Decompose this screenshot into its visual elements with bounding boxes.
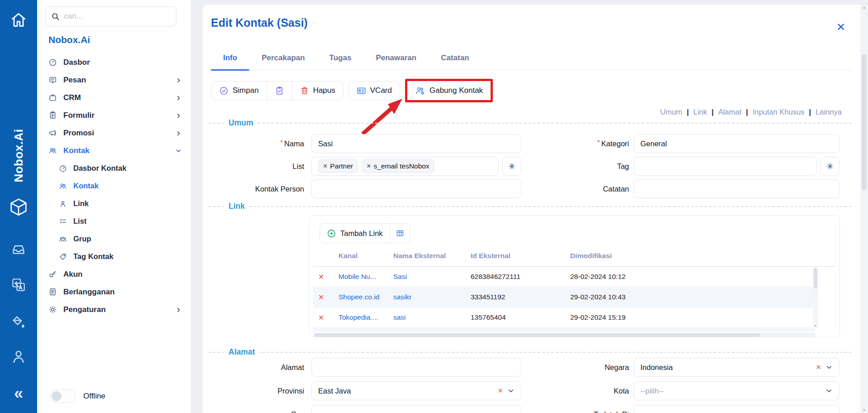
- clear-icon[interactable]: ✕: [816, 363, 821, 371]
- section-nav-lainnya[interactable]: Lainnya: [816, 108, 842, 116]
- add-link-button[interactable]: Tambah Link: [320, 224, 390, 243]
- list-picker-button[interactable]: ✳: [502, 157, 521, 176]
- catatan-input[interactable]: [634, 179, 839, 198]
- sidebar: Nobox.Ai Dasbor Pesan› CRM› Formulir› Pr…: [37, 0, 191, 413]
- tab-info[interactable]: Info: [211, 48, 249, 70]
- required-asterisk: *: [280, 138, 283, 146]
- sidebar-item-promosi[interactable]: Promosi›: [37, 124, 191, 142]
- chevron-down-icon: [825, 387, 833, 394]
- chevron-right-icon: ›: [177, 110, 180, 120]
- kategori-input[interactable]: General: [634, 134, 839, 153]
- kanal-link[interactable]: Mobile Nu...: [339, 273, 393, 281]
- table-horizontal-scrollbar[interactable]: [313, 333, 816, 337]
- sidebar-item-pengaturan[interactable]: Pengaturan›: [37, 301, 191, 318]
- sidebar-item-pesan[interactable]: Pesan›: [37, 71, 191, 89]
- list-chip[interactable]: ×Partner: [318, 159, 358, 173]
- sidebar-item-formulir[interactable]: Formulir›: [37, 106, 191, 124]
- tab-bar: Info Percakapan Tugas Penawaran Catatan: [211, 48, 852, 70]
- tab-penawaran[interactable]: Penawaran: [363, 48, 429, 70]
- row-delete-icon[interactable]: ✕: [318, 314, 324, 322]
- key-icon: [48, 270, 57, 279]
- offline-row: Offline: [50, 389, 105, 403]
- nama-eksternal-link[interactable]: sasi: [393, 313, 471, 322]
- modal-scrollbar[interactable]: ▲ ▼: [860, 5, 868, 413]
- inbox-icon[interactable]: [0, 242, 37, 257]
- rail-brand-vertical: Nobox.Ai: [0, 119, 37, 192]
- home-icon[interactable]: [0, 11, 37, 29]
- section-nav-alamat[interactable]: Alamat: [718, 108, 741, 116]
- group-icon: [59, 235, 67, 243]
- clear-icon[interactable]: ✕: [497, 387, 503, 395]
- search-input[interactable]: [64, 12, 171, 21]
- table-row[interactable]: ✕ Shopee.co.id sasikr 333451192 29-02-20…: [313, 287, 816, 307]
- section-nav-inputan-khusus[interactable]: Inputan Khusus: [753, 108, 805, 116]
- trash-icon: [300, 86, 309, 95]
- check-circle-icon: [219, 86, 229, 96]
- translate-icon[interactable]: [0, 277, 37, 293]
- provinsi-select[interactable]: East Java ✕: [311, 381, 521, 400]
- table-row[interactable]: ✕ Mobile Nu... Sasi 6283846272111 28-02-…: [313, 267, 816, 287]
- briefcase-icon: [48, 93, 57, 102]
- sidebar-item-list[interactable]: List: [37, 212, 191, 230]
- sidebar-item-dasbor-kontak[interactable]: Dasbor Kontak: [37, 159, 191, 177]
- sidebar-item-tag-kontak[interactable]: Tag Kontak: [37, 248, 191, 265]
- kontak-person-input[interactable]: [311, 179, 521, 198]
- chevron-right-icon: ›: [177, 75, 180, 85]
- cube-icon[interactable]: [0, 196, 37, 220]
- tab-percakapan[interactable]: Percakapan: [249, 48, 317, 70]
- label-tag: Tag: [521, 157, 634, 176]
- chip-remove-icon[interactable]: ×: [323, 162, 327, 170]
- sidebar-item-link[interactable]: Link: [37, 195, 191, 212]
- ink-drop-icon[interactable]: [0, 314, 37, 330]
- negara-select[interactable]: Indonesia ✕: [634, 358, 839, 377]
- section-nav-umum[interactable]: Umum: [660, 108, 682, 116]
- chevron-right-icon: ›: [177, 128, 180, 138]
- message-icon: [48, 76, 57, 84]
- list-chip[interactable]: ×s_email tesNobox: [362, 159, 434, 173]
- tag-picker-button[interactable]: ✳: [820, 157, 839, 176]
- row-delete-icon[interactable]: ✕: [318, 293, 324, 301]
- tag-input[interactable]: [634, 157, 817, 176]
- terletak-di-input[interactable]: [634, 405, 839, 413]
- sidebar-item-dasbor[interactable]: Dasbor: [37, 53, 191, 71]
- close-icon[interactable]: ✕: [836, 22, 845, 33]
- label-catatan: Catatan: [521, 179, 634, 198]
- nama-eksternal-link[interactable]: Sasi: [393, 273, 471, 281]
- nama-eksternal-link[interactable]: sasikr: [393, 293, 471, 301]
- merge-contact-button[interactable]: Gabung Kontak: [407, 81, 491, 100]
- kota-select[interactable]: --pilih--: [634, 381, 839, 400]
- clipboard-check-button[interactable]: [267, 82, 292, 100]
- sidebar-item-kontak-sub[interactable]: Kontak: [37, 177, 191, 195]
- chip-remove-icon[interactable]: ×: [367, 162, 371, 170]
- sidebar-item-berlangganan[interactable]: Berlangganan: [37, 283, 191, 301]
- chevron-down-icon: [507, 387, 515, 394]
- collapse-sidebar-icon[interactable]: «: [0, 384, 37, 403]
- sidebar-item-kontak[interactable]: Kontak›: [37, 142, 191, 159]
- delete-button[interactable]: Hapus: [292, 82, 343, 100]
- list-input[interactable]: ×Partner ×s_email tesNobox: [311, 157, 499, 176]
- kanal-link[interactable]: Tokopedia....: [339, 313, 393, 322]
- table-view-button[interactable]: [390, 224, 410, 243]
- sidebar-search[interactable]: [45, 6, 176, 26]
- gear-icon: [48, 305, 57, 314]
- tab-catatan[interactable]: Catatan: [429, 48, 481, 70]
- row-delete-icon[interactable]: ✕: [318, 273, 324, 281]
- sidebar-item-grup[interactable]: Grup: [37, 230, 191, 248]
- tab-tugas[interactable]: Tugas: [317, 48, 364, 70]
- kanal-link[interactable]: Shopee.co.id: [339, 293, 393, 301]
- sidebar-item-akun[interactable]: Akun: [37, 265, 191, 283]
- label-list: List: [214, 157, 311, 176]
- save-button[interactable]: Simpan: [211, 82, 267, 100]
- person-icon: [59, 200, 67, 208]
- vcard-button[interactable]: VCard: [349, 82, 400, 100]
- section-nav-link[interactable]: Link: [693, 108, 707, 116]
- pos-input[interactable]: [311, 405, 521, 413]
- table-row[interactable]: ✕ Tokopedia.... sasi 135765404 29-02-202…: [313, 307, 816, 328]
- sidebar-item-crm[interactable]: CRM›: [37, 89, 191, 106]
- alamat-input[interactable]: [311, 358, 521, 377]
- offline-toggle[interactable]: [50, 389, 76, 403]
- profile-icon[interactable]: [0, 348, 37, 365]
- table-vertical-scrollbar[interactable]: ▲ ▼: [813, 267, 818, 328]
- nama-input[interactable]: Sasi: [311, 134, 521, 153]
- grid-icon: [396, 229, 405, 238]
